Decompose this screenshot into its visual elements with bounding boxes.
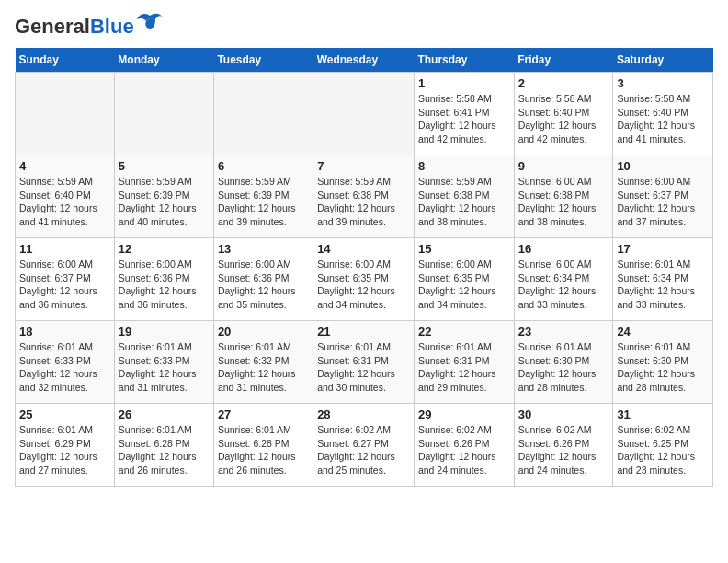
day-info: Sunrise: 6:02 AM Sunset: 6:26 PM Dayligh… — [518, 423, 609, 477]
logo-bird-icon — [137, 12, 163, 32]
logo: GeneralBlue — [15, 15, 163, 39]
day-number: 23 — [518, 325, 609, 339]
day-number: 22 — [418, 325, 510, 339]
calendar-cell — [114, 73, 213, 155]
day-info: Sunrise: 6:01 AM Sunset: 6:33 PM Dayligh… — [19, 340, 110, 395]
page-header: GeneralBlue — [15, 15, 713, 39]
day-info: Sunrise: 6:00 AM Sunset: 6:36 PM Dayligh… — [119, 258, 210, 312]
day-info: Sunrise: 5:59 AM Sunset: 6:38 PM Dayligh… — [317, 175, 410, 229]
calendar-cell: 27Sunrise: 6:01 AM Sunset: 6:28 PM Dayli… — [213, 404, 313, 487]
calendar-cell: 12Sunrise: 6:00 AM Sunset: 6:36 PM Dayli… — [114, 238, 213, 321]
day-info: Sunrise: 6:01 AM Sunset: 6:32 PM Dayligh… — [218, 340, 309, 395]
calendar-cell: 5Sunrise: 5:59 AM Sunset: 6:39 PM Daylig… — [114, 155, 213, 238]
header-sunday: Sunday — [16, 48, 115, 73]
calendar-cell: 16Sunrise: 6:00 AM Sunset: 6:34 PM Dayli… — [514, 238, 613, 321]
day-info: Sunrise: 6:01 AM Sunset: 6:31 PM Dayligh… — [418, 340, 510, 395]
header-friday: Friday — [514, 48, 613, 73]
calendar-table: SundayMondayTuesdayWednesdayThursdayFrid… — [15, 48, 713, 487]
day-number: 5 — [119, 159, 210, 173]
calendar-week-row: 4Sunrise: 5:59 AM Sunset: 6:40 PM Daylig… — [16, 155, 713, 238]
day-number: 16 — [518, 242, 609, 256]
calendar-cell: 9Sunrise: 6:00 AM Sunset: 6:38 PM Daylig… — [514, 155, 613, 238]
calendar-cell: 10Sunrise: 6:00 AM Sunset: 6:37 PM Dayli… — [613, 155, 713, 238]
day-number: 19 — [119, 325, 210, 339]
calendar-cell: 1Sunrise: 5:58 AM Sunset: 6:41 PM Daylig… — [414, 73, 514, 155]
day-number: 25 — [19, 408, 110, 421]
day-info: Sunrise: 6:02 AM Sunset: 6:26 PM Dayligh… — [418, 423, 510, 477]
day-info: Sunrise: 5:58 AM Sunset: 6:41 PM Dayligh… — [418, 92, 510, 146]
day-info: Sunrise: 6:01 AM Sunset: 6:28 PM Dayligh… — [119, 423, 210, 477]
day-number: 8 — [418, 159, 510, 173]
calendar-header-row: SundayMondayTuesdayWednesdayThursdayFrid… — [16, 48, 713, 73]
day-info: Sunrise: 6:01 AM Sunset: 6:34 PM Dayligh… — [617, 258, 709, 312]
day-info: Sunrise: 6:00 AM Sunset: 6:37 PM Dayligh… — [19, 258, 110, 312]
calendar-cell: 29Sunrise: 6:02 AM Sunset: 6:26 PM Dayli… — [414, 404, 514, 487]
day-info: Sunrise: 5:58 AM Sunset: 6:40 PM Dayligh… — [518, 92, 609, 146]
day-number: 2 — [518, 76, 609, 90]
calendar-cell: 26Sunrise: 6:01 AM Sunset: 6:28 PM Dayli… — [114, 404, 213, 487]
day-info: Sunrise: 5:59 AM Sunset: 6:39 PM Dayligh… — [119, 175, 210, 229]
calendar-cell: 17Sunrise: 6:01 AM Sunset: 6:34 PM Dayli… — [613, 238, 713, 321]
day-info: Sunrise: 6:01 AM Sunset: 6:29 PM Dayligh… — [19, 423, 110, 477]
calendar-cell: 18Sunrise: 6:01 AM Sunset: 6:33 PM Dayli… — [16, 321, 115, 404]
day-number: 21 — [317, 325, 410, 339]
calendar-week-row: 25Sunrise: 6:01 AM Sunset: 6:29 PM Dayli… — [16, 404, 713, 487]
day-info: Sunrise: 5:59 AM Sunset: 6:39 PM Dayligh… — [218, 175, 309, 229]
day-number: 9 — [518, 159, 609, 173]
day-number: 10 — [617, 159, 709, 173]
day-number: 3 — [617, 76, 709, 90]
header-wednesday: Wednesday — [313, 48, 415, 73]
calendar-cell — [213, 73, 313, 155]
day-info: Sunrise: 6:01 AM Sunset: 6:31 PM Dayligh… — [317, 340, 410, 395]
day-info: Sunrise: 6:00 AM Sunset: 6:37 PM Dayligh… — [617, 175, 709, 229]
calendar-cell: 30Sunrise: 6:02 AM Sunset: 6:26 PM Dayli… — [514, 404, 613, 487]
calendar-cell: 11Sunrise: 6:00 AM Sunset: 6:37 PM Dayli… — [16, 238, 115, 321]
calendar-cell: 20Sunrise: 6:01 AM Sunset: 6:32 PM Dayli… — [213, 321, 313, 404]
calendar-cell: 3Sunrise: 5:58 AM Sunset: 6:40 PM Daylig… — [613, 73, 713, 155]
calendar-cell: 2Sunrise: 5:58 AM Sunset: 6:40 PM Daylig… — [514, 73, 613, 155]
calendar-cell: 4Sunrise: 5:59 AM Sunset: 6:40 PM Daylig… — [16, 155, 115, 238]
day-info: Sunrise: 6:01 AM Sunset: 6:33 PM Dayligh… — [119, 340, 210, 395]
calendar-week-row: 11Sunrise: 6:00 AM Sunset: 6:37 PM Dayli… — [16, 238, 713, 321]
day-info: Sunrise: 6:00 AM Sunset: 6:36 PM Dayligh… — [218, 258, 309, 312]
logo-blue: Blue — [90, 15, 134, 38]
header-monday: Monday — [114, 48, 213, 73]
day-info: Sunrise: 6:01 AM Sunset: 6:30 PM Dayligh… — [617, 340, 709, 395]
day-info: Sunrise: 6:00 AM Sunset: 6:38 PM Dayligh… — [518, 175, 609, 229]
day-number: 6 — [218, 159, 309, 173]
calendar-cell: 28Sunrise: 6:02 AM Sunset: 6:27 PM Dayli… — [313, 404, 415, 487]
day-number: 29 — [418, 408, 510, 421]
day-number: 11 — [19, 242, 110, 256]
header-thursday: Thursday — [414, 48, 514, 73]
calendar-week-row: 1Sunrise: 5:58 AM Sunset: 6:41 PM Daylig… — [16, 73, 713, 155]
calendar-cell: 21Sunrise: 6:01 AM Sunset: 6:31 PM Dayli… — [313, 321, 415, 404]
calendar-cell: 7Sunrise: 5:59 AM Sunset: 6:38 PM Daylig… — [313, 155, 415, 238]
logo-general: General — [15, 15, 90, 38]
day-number: 12 — [119, 242, 210, 256]
day-number: 18 — [19, 325, 110, 339]
calendar-cell: 22Sunrise: 6:01 AM Sunset: 6:31 PM Dayli… — [414, 321, 514, 404]
day-info: Sunrise: 6:02 AM Sunset: 6:25 PM Dayligh… — [617, 423, 709, 477]
day-info: Sunrise: 6:01 AM Sunset: 6:28 PM Dayligh… — [218, 423, 309, 477]
day-number: 27 — [218, 408, 309, 421]
calendar-cell — [313, 73, 415, 155]
day-number: 17 — [617, 242, 709, 256]
day-number: 15 — [418, 242, 510, 256]
calendar-cell: 15Sunrise: 6:00 AM Sunset: 6:35 PM Dayli… — [414, 238, 514, 321]
header-tuesday: Tuesday — [213, 48, 313, 73]
calendar-week-row: 18Sunrise: 6:01 AM Sunset: 6:33 PM Dayli… — [16, 321, 713, 404]
calendar-cell: 24Sunrise: 6:01 AM Sunset: 6:30 PM Dayli… — [613, 321, 713, 404]
day-number: 14 — [317, 242, 410, 256]
day-info: Sunrise: 6:00 AM Sunset: 6:34 PM Dayligh… — [518, 258, 609, 312]
day-info: Sunrise: 6:00 AM Sunset: 6:35 PM Dayligh… — [418, 258, 510, 312]
calendar-cell — [16, 73, 115, 155]
calendar-cell: 14Sunrise: 6:00 AM Sunset: 6:35 PM Dayli… — [313, 238, 415, 321]
day-number: 4 — [19, 159, 110, 173]
day-number: 24 — [617, 325, 709, 339]
calendar-cell: 19Sunrise: 6:01 AM Sunset: 6:33 PM Dayli… — [114, 321, 213, 404]
day-info: Sunrise: 6:01 AM Sunset: 6:30 PM Dayligh… — [518, 340, 609, 395]
day-info: Sunrise: 5:59 AM Sunset: 6:40 PM Dayligh… — [19, 175, 110, 229]
day-number: 26 — [119, 408, 210, 421]
day-number: 13 — [218, 242, 309, 256]
calendar-cell: 31Sunrise: 6:02 AM Sunset: 6:25 PM Dayli… — [613, 404, 713, 487]
